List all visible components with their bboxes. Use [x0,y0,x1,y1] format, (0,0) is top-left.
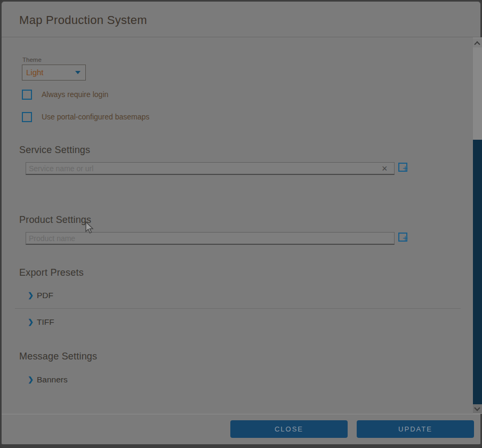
mouse-cursor-icon [85,221,94,234]
service-name-input[interactable] [26,162,395,175]
dialog-footer: CLOSE UPDATE [2,414,480,444]
clear-icon[interactable]: × [382,164,388,173]
product-settings-title: Product Settings [19,214,91,226]
add-service-button[interactable]: + [398,163,407,172]
scroll-down-button[interactable] [473,404,482,413]
scroll-up-button[interactable] [473,38,482,47]
export-preset-label: TIFF [37,317,54,327]
add-icon: + [403,233,408,243]
preset-divider [15,308,461,309]
scroll-down-icon [474,405,480,411]
dialog-header: Map Production System [2,2,480,37]
footer-divider [2,414,480,414]
checkbox-label: Use portal-configured basemaps [42,113,149,121]
scroll-up-icon [474,41,480,47]
checkbox-label: Always require login [42,90,108,99]
export-presets-title: Export Presets [19,267,84,278]
chevron-right-icon: ❯ [28,375,34,383]
message-settings-title: Message Settings [19,351,97,362]
add-icon: + [403,163,408,173]
chevron-down-icon [75,71,81,74]
banners-label: Banners [37,375,68,385]
portal-basemaps-checkbox[interactable] [22,112,32,122]
always-require-login-checkbox[interactable] [22,90,32,100]
theme-select[interactable]: Light [22,65,86,81]
chevron-right-icon: ❯ [28,318,34,326]
page-title: Map Production System [19,13,147,27]
theme-selected-value: Light [26,68,44,77]
chevron-right-icon: ❯ [28,291,34,299]
map-production-dialog: Map Production System Theme Light Always… [0,0,482,448]
vertical-scrollbar[interactable] [473,37,482,414]
theme-label: Theme [22,57,42,63]
product-name-input[interactable] [26,232,395,245]
service-settings-title: Service Settings [19,145,90,156]
close-button[interactable]: CLOSE [230,420,348,438]
update-button[interactable]: UPDATE [357,420,474,438]
add-product-button[interactable]: + [398,233,407,242]
scrollbar-thumb[interactable] [473,140,482,404]
settings-content: Theme Light Always require login Use por… [2,37,471,412]
export-preset-label: PDF [37,291,53,300]
